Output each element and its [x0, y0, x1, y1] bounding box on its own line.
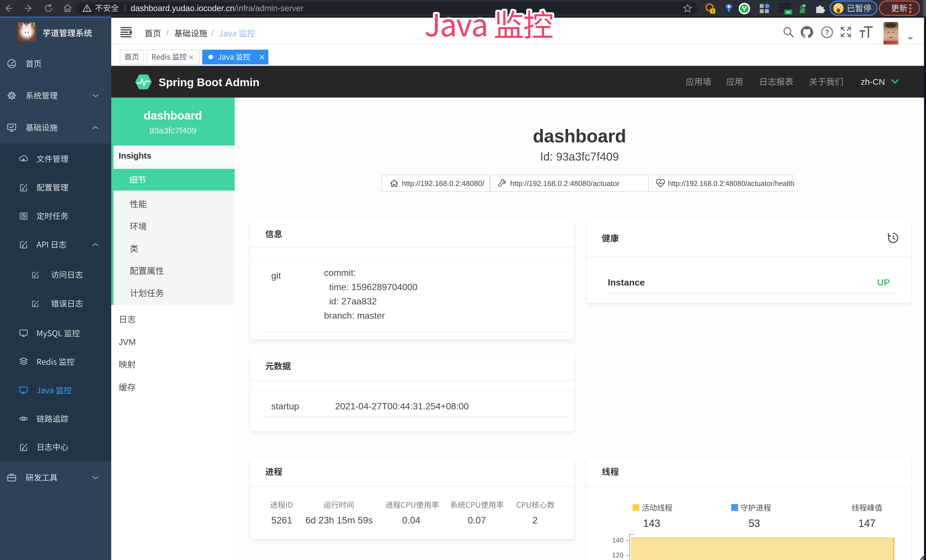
- svg-text:?: ?: [825, 28, 829, 36]
- svg-text:on: on: [786, 10, 791, 14]
- svg-text:1: 1: [711, 9, 714, 14]
